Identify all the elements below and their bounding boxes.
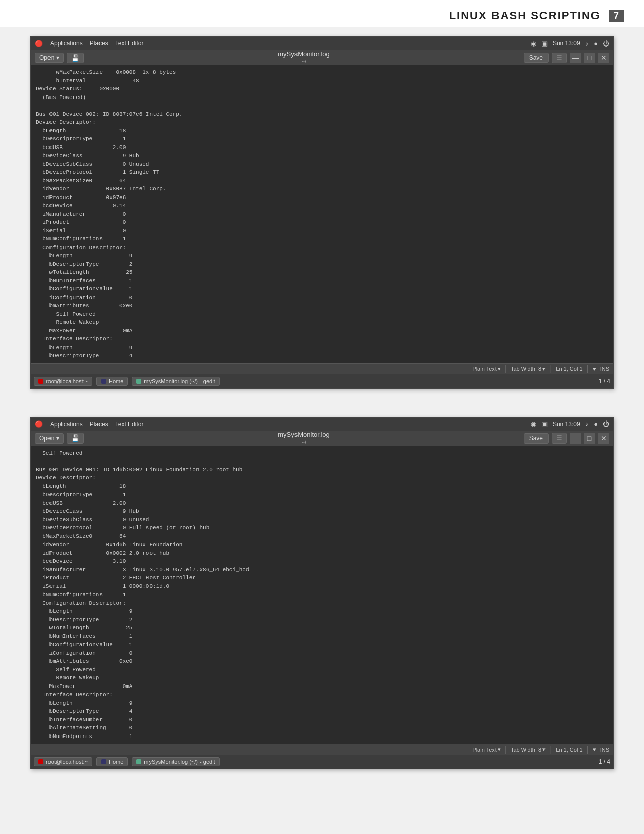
system-bar-items-2: 🔴 Applications Places Text Editor bbox=[35, 420, 143, 428]
save-icon-button-2[interactable]: 💾 bbox=[67, 433, 84, 444]
window-1: 🔴 Applications Places Text Editor ◉ ▣ Su… bbox=[30, 36, 614, 389]
titlebar-center-1: mySysMonitor.log ~/ bbox=[84, 50, 523, 65]
gedit-icon-1 bbox=[136, 379, 141, 384]
gedit-icon-2 bbox=[136, 759, 141, 764]
open-label-2: Open bbox=[39, 435, 54, 442]
taskbar-terminal-2[interactable]: root@localhost:~ bbox=[34, 757, 92, 766]
texteditor-menu[interactable]: Text Editor bbox=[115, 40, 144, 47]
terminal-icon-1 bbox=[38, 379, 43, 384]
file-path-1: ~/ bbox=[302, 59, 306, 65]
taskbar-2: root@localhost:~ Home mySysMonitor.log (… bbox=[31, 755, 613, 769]
settings-icon-2: ▣ bbox=[541, 420, 548, 428]
titlebar-right-1: Save ☰ — □ ✕ bbox=[524, 53, 609, 63]
insert-mode-1[interactable]: ▾ bbox=[593, 366, 596, 372]
fedora-icon-2: 🔴 bbox=[35, 420, 43, 428]
system-bar-right-1: ◉ ▣ Sun 13:09 ♪ ● ⏻ bbox=[531, 40, 609, 47]
taskbar-home-label-2: Home bbox=[109, 759, 123, 765]
minimize-button-2[interactable]: — bbox=[570, 433, 581, 444]
statusbar-2: Plain Text ▾ | Tab Width: 8 ▾ | Ln 1, Co… bbox=[31, 744, 613, 755]
file-name-1: mySysMonitor.log bbox=[278, 50, 330, 58]
plain-text-arrow-2: ▾ bbox=[498, 746, 501, 753]
page-header: LINUX BASH SCRIPTING 7 bbox=[0, 0, 644, 27]
tab-width-2[interactable]: Tab Width: 8 ▾ bbox=[511, 746, 546, 753]
taskbar-terminal-label-1: root@localhost:~ bbox=[46, 378, 88, 384]
open-button-1[interactable]: Open ▾ bbox=[35, 53, 64, 63]
open-label-1: Open bbox=[39, 54, 54, 61]
system-time-2: Sun 13:09 bbox=[553, 421, 580, 428]
taskbar-gedit-label-1: mySysMonitor.log (~/) - gedit bbox=[144, 378, 215, 384]
titlebar-2: Open ▾ 💾 mySysMonitor.log ~/ Save ☰ — □ … bbox=[31, 431, 613, 446]
section-gap bbox=[0, 398, 644, 408]
volume-icon: ♪ bbox=[585, 40, 589, 47]
taskbar-gedit-1[interactable]: mySysMonitor.log (~/) - gedit bbox=[132, 377, 219, 386]
ins-1: INS bbox=[600, 366, 609, 372]
open-button-2[interactable]: Open ▾ bbox=[35, 433, 64, 444]
open-arrow-icon-2: ▾ bbox=[56, 435, 59, 442]
statusbar-right-1: Plain Text ▾ | Tab Width: 8 ▾ | Ln 1, Co… bbox=[472, 364, 609, 373]
page-title: LINUX BASH SCRIPTING bbox=[449, 9, 601, 22]
ins-2: INS bbox=[600, 747, 609, 753]
menu-button-1[interactable]: ☰ bbox=[552, 53, 567, 63]
save-button-1[interactable]: Save bbox=[524, 53, 549, 63]
editor-area-2[interactable]: Self Powered Bus 001 Device 001: ID 1d6b… bbox=[31, 446, 613, 744]
editor-area-1[interactable]: wMaxPacketSize 0x0008 1x 8 bytes bInterv… bbox=[31, 65, 613, 363]
places-menu-2[interactable]: Places bbox=[90, 421, 108, 428]
network-icon: ◉ bbox=[531, 40, 536, 47]
power-icon: ⏻ bbox=[603, 40, 609, 47]
power-icon-2: ⏻ bbox=[603, 420, 609, 428]
applications-menu[interactable]: Applications bbox=[50, 40, 83, 47]
home-icon-1 bbox=[101, 379, 106, 384]
home-icon-2 bbox=[101, 759, 106, 764]
system-bar-right-2: ◉ ▣ Sun 13:09 ♪ ● ⏻ bbox=[531, 420, 609, 428]
statusbar-1: Plain Text ▾ | Tab Width: 8 ▾ | Ln 1, Co… bbox=[31, 363, 613, 374]
menu-button-2[interactable]: ☰ bbox=[552, 433, 567, 444]
close-button-2[interactable]: ✕ bbox=[598, 433, 609, 444]
taskbar-gedit-label-2: mySysMonitor.log (~/) - gedit bbox=[144, 759, 215, 765]
titlebar-1: Open ▾ 💾 mySysMonitor.log ~/ Save ☰ — □ … bbox=[31, 50, 613, 65]
fedora-icon: 🔴 bbox=[35, 40, 43, 47]
plain-text-1[interactable]: Plain Text ▾ bbox=[472, 366, 501, 372]
tab-width-arrow-1: ▾ bbox=[542, 366, 546, 372]
plain-text-2[interactable]: Plain Text ▾ bbox=[472, 746, 501, 753]
plain-text-arrow-1: ▾ bbox=[498, 366, 501, 372]
system-bar-2: 🔴 Applications Places Text Editor ◉ ▣ Su… bbox=[31, 418, 613, 431]
maximize-button-1[interactable]: □ bbox=[584, 53, 595, 63]
places-menu[interactable]: Places bbox=[90, 40, 108, 47]
taskbar-home-2[interactable]: Home bbox=[96, 757, 128, 766]
texteditor-menu-2[interactable]: Text Editor bbox=[115, 421, 144, 428]
taskbar-page-2: 1 / 4 bbox=[599, 758, 610, 765]
minimize-button-1[interactable]: — bbox=[570, 53, 581, 63]
terminal-icon-2 bbox=[38, 759, 43, 764]
file-path-2: ~/ bbox=[302, 440, 306, 446]
tab-width-1[interactable]: Tab Width: 8 ▾ bbox=[511, 366, 546, 372]
taskbar-home-1[interactable]: Home bbox=[96, 377, 128, 386]
volume-icon-2: ♪ bbox=[585, 420, 589, 428]
ln-col-2: Ln 1, Col 1 bbox=[556, 747, 582, 753]
maximize-button-2[interactable]: □ bbox=[584, 433, 595, 444]
battery-icon: ● bbox=[593, 40, 598, 47]
titlebar-left-1: Open ▾ 💾 bbox=[35, 53, 84, 63]
save-button-2[interactable]: Save bbox=[524, 433, 549, 444]
insert-mode-2[interactable]: ▾ bbox=[593, 746, 596, 753]
applications-menu-2[interactable]: Applications bbox=[50, 421, 83, 428]
taskbar-page-1: 1 / 4 bbox=[599, 378, 610, 385]
settings-icon: ▣ bbox=[541, 40, 548, 47]
system-bar-1: 🔴 Applications Places Text Editor ◉ ▣ Su… bbox=[31, 37, 613, 50]
close-button-1[interactable]: ✕ bbox=[598, 53, 609, 63]
statusbar-right-2: Plain Text ▾ | Tab Width: 8 ▾ | Ln 1, Co… bbox=[472, 745, 609, 754]
taskbar-gedit-2[interactable]: mySysMonitor.log (~/) - gedit bbox=[132, 757, 219, 766]
window-2: 🔴 Applications Places Text Editor ◉ ▣ Su… bbox=[30, 417, 614, 770]
page-number: 7 bbox=[609, 10, 624, 22]
titlebar-left-2: Open ▾ 💾 bbox=[35, 433, 84, 444]
battery-icon-2: ● bbox=[593, 420, 598, 428]
save-icon-button-1[interactable]: 💾 bbox=[67, 53, 84, 63]
system-bar-items-1: 🔴 Applications Places Text Editor bbox=[35, 40, 143, 47]
tab-width-arrow-2: ▾ bbox=[542, 746, 546, 753]
network-icon-2: ◉ bbox=[531, 420, 536, 428]
titlebar-center-2: mySysMonitor.log ~/ bbox=[84, 431, 523, 446]
taskbar-terminal-label-2: root@localhost:~ bbox=[46, 759, 88, 765]
ln-col-1: Ln 1, Col 1 bbox=[556, 366, 582, 372]
taskbar-terminal-1[interactable]: root@localhost:~ bbox=[34, 377, 92, 386]
file-name-2: mySysMonitor.log bbox=[278, 431, 330, 438]
taskbar-1: root@localhost:~ Home mySysMonitor.log (… bbox=[31, 374, 613, 388]
